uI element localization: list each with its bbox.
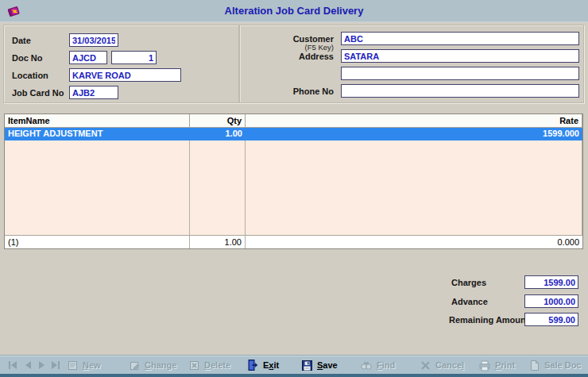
print-button[interactable]: Print — [478, 358, 515, 372]
address-label: Address — [261, 52, 334, 61]
exit-icon — [246, 359, 259, 371]
advance-label: Advance — [451, 297, 488, 306]
customer-field[interactable] — [341, 32, 579, 45]
cancel-icon — [420, 360, 431, 371]
table-row-item-cell[interactable]: HEIGHT ADJUSTMENT — [5, 128, 190, 140]
find-button[interactable]: Find — [360, 358, 395, 372]
bottom-toolbar: New Change Delete Exit Save Find — [0, 355, 588, 374]
title-bar: Alteration Job Card Delivery — [0, 0, 588, 22]
find-icon — [360, 360, 373, 371]
location-field[interactable] — [69, 68, 181, 82]
table-empty-area[interactable] — [5, 140, 190, 235]
new-icon — [67, 360, 79, 371]
column-header-qty: Qty — [190, 114, 246, 128]
remaining-amount-field[interactable] — [524, 313, 578, 326]
print-icon — [478, 360, 491, 371]
date-label: Date — [12, 36, 31, 45]
delete-button[interactable]: Delete — [188, 358, 230, 372]
charges-label: Charges — [451, 278, 486, 287]
page-title: Alteration Job Card Delivery — [0, 5, 588, 17]
change-button[interactable]: Change — [129, 358, 176, 372]
table-row-rate-cell[interactable]: 1599.000 — [246, 128, 582, 140]
sale-doc-button[interactable]: Sale Doc — [528, 358, 581, 372]
phone-no-label: Phone No — [261, 87, 334, 96]
document-info-group: Date Doc No Location Job Card No — [3, 25, 239, 103]
column-header-rate: Rate — [246, 114, 582, 128]
address-field[interactable] — [341, 49, 579, 63]
items-table: ItemName Qty Rate HEIGHT ADJUSTMENT 1.00… — [4, 113, 583, 249]
customer-info-group: Customer (F5 Key) Address Phone No — [239, 25, 584, 103]
customer-f5-hint: (F5 Key) — [261, 43, 334, 52]
date-field[interactable] — [69, 33, 118, 47]
window-bottom-edge — [0, 374, 588, 377]
change-icon — [129, 360, 141, 371]
save-button[interactable]: Save — [301, 358, 338, 372]
delete-icon — [188, 360, 200, 371]
remaining-amount-label: Remaining Amount — [449, 315, 528, 325]
next-record-icon[interactable] — [36, 360, 48, 371]
table-empty-area[interactable] — [190, 140, 246, 235]
sale-doc-icon — [528, 360, 540, 371]
doc-no-label: Doc No — [12, 53, 43, 63]
cancel-button[interactable]: Cancel — [420, 358, 464, 372]
address-line2-field[interactable] — [341, 67, 579, 80]
table-empty-area[interactable] — [246, 140, 582, 235]
charges-field[interactable] — [524, 275, 578, 289]
job-card-no-field[interactable] — [69, 86, 118, 99]
exit-button[interactable]: Exit — [246, 358, 279, 372]
location-label: Location — [12, 71, 48, 80]
table-row-qty-cell[interactable]: 1.00 — [190, 128, 246, 140]
doc-number-field[interactable] — [111, 51, 157, 64]
last-record-icon[interactable] — [49, 360, 62, 371]
save-icon — [301, 360, 313, 371]
first-record-icon[interactable] — [6, 360, 19, 371]
column-header-itemname: ItemName — [5, 114, 190, 128]
advance-field[interactable] — [524, 294, 578, 308]
doc-prefix-field[interactable] — [69, 51, 107, 64]
totals-count-cell: (1) — [5, 235, 190, 248]
totals-qty-cell: 1.00 — [190, 235, 246, 248]
phone-field[interactable] — [341, 84, 579, 98]
totals-rate-cell: 0.000 — [246, 235, 582, 248]
job-card-no-label: Job Card No — [12, 88, 64, 98]
new-button[interactable]: New — [67, 358, 101, 372]
previous-record-icon[interactable] — [21, 360, 34, 371]
